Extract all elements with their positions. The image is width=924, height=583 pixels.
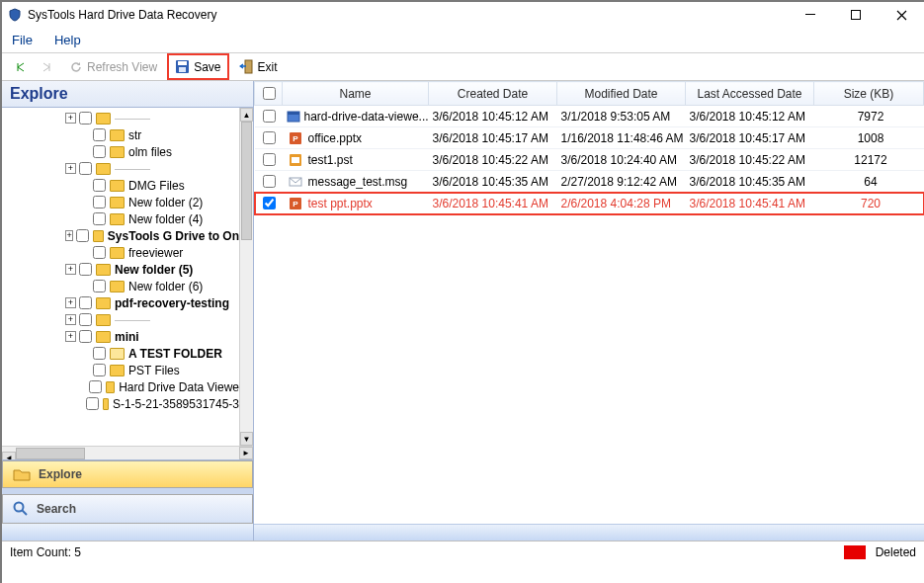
maximize-button[interactable] (833, 2, 879, 28)
tree-item[interactable]: S-1-5-21-3589531745-3 (2, 395, 239, 412)
folder-icon (103, 398, 109, 410)
titlebar: SysTools Hard Drive Data Recovery (2, 2, 924, 28)
expand-toggle[interactable]: + (65, 264, 76, 275)
save-button[interactable]: Save (167, 53, 228, 80)
tree-vscrollbar[interactable]: ▲ ▼ (239, 108, 253, 446)
tree-checkbox[interactable] (93, 246, 106, 259)
column-header-size[interactable]: Size (KB) (814, 82, 924, 106)
tree-item[interactable]: New folder (2) (2, 194, 239, 210)
tree-item[interactable]: freeviewer (2, 244, 239, 261)
close-button[interactable] (879, 2, 924, 28)
tree-item[interactable]: PST Files (2, 362, 239, 378)
tree-checkbox[interactable] (79, 313, 92, 326)
tree-item[interactable]: +mini (2, 328, 239, 345)
scroll-down-icon[interactable]: ▼ (240, 432, 253, 446)
tree-item-label: olm files (128, 145, 172, 159)
cell-created: 3/6/2018 10:45:22 AM (429, 153, 557, 167)
tree-checkbox[interactable] (79, 296, 92, 309)
tree-item[interactable]: +——— (2, 160, 239, 177)
tree-item[interactable]: New folder (4) (2, 210, 239, 227)
expand-toggle[interactable]: + (65, 163, 76, 174)
tree-checkbox[interactable] (89, 380, 102, 393)
tab-explore[interactable]: Explore (2, 460, 253, 488)
expand-toggle[interactable]: + (65, 331, 76, 342)
minimize-button[interactable] (788, 2, 833, 28)
tree-item-label: S-1-5-21-3589531745-3 (113, 397, 239, 411)
folder-tree[interactable]: +———strolm files+———DMG FilesNew folder … (2, 110, 239, 446)
tree-item[interactable]: +——— (2, 110, 239, 126)
tree-checkbox[interactable] (86, 397, 99, 410)
row-checkbox[interactable] (263, 153, 276, 166)
tab-search-label: Search (37, 502, 76, 516)
exit-button[interactable]: Exit (233, 57, 284, 76)
tree-item[interactable]: DMG Files (2, 177, 239, 194)
nav-forward-button[interactable] (36, 59, 59, 75)
table-row[interactable]: test1.pst3/6/2018 10:45:22 AM3/6/2018 10… (255, 149, 924, 171)
tree-checkbox[interactable] (76, 229, 89, 242)
scroll-left-icon[interactable]: ◄ (2, 452, 16, 460)
tree-item[interactable]: olm files (2, 143, 239, 160)
column-header-name[interactable]: Name (283, 82, 429, 106)
tree-checkbox[interactable] (93, 364, 106, 376)
menu-help[interactable]: Help (54, 33, 81, 47)
tree-checkbox[interactable] (93, 128, 106, 141)
cell-name: hard-drive-data-viewe... (304, 110, 429, 124)
tree-checkbox[interactable] (93, 212, 106, 225)
tree-item[interactable]: +——— (2, 311, 239, 328)
svg-rect-3 (178, 61, 187, 65)
row-checkbox[interactable] (263, 110, 276, 123)
tree-item[interactable]: A TEST FOLDER (2, 345, 239, 362)
folder-icon (96, 163, 111, 175)
row-checkbox[interactable] (263, 131, 276, 144)
table-row[interactable]: message_test.msg3/6/2018 10:45:35 AM2/27… (255, 171, 924, 193)
tree-item[interactable]: Hard Drive Data Viewe (2, 378, 239, 395)
right-panel: Name Created Date Modified Date Last Acc… (254, 81, 924, 541)
tree-item[interactable]: New folder (6) (2, 278, 239, 294)
tree-item-label: pdf-recovery-testing (115, 296, 229, 310)
column-header-created[interactable]: Created Date (429, 82, 557, 106)
hscroll-thumb[interactable] (16, 448, 85, 459)
tree-checkbox[interactable] (79, 162, 92, 175)
expand-toggle[interactable]: + (65, 314, 76, 325)
tree-hscrollbar[interactable]: ◄ ► (2, 446, 253, 459)
menu-file[interactable]: File (12, 33, 33, 47)
scroll-up-icon[interactable]: ▲ (240, 108, 253, 122)
column-header-accessed[interactable]: Last Accessed Date (686, 82, 814, 106)
table-row[interactable]: Poffice.pptx3/6/2018 10:45:17 AM1/16/201… (255, 127, 924, 149)
table-row[interactable]: hard-drive-data-viewe...3/6/2018 10:45:1… (255, 106, 924, 127)
close-icon (896, 10, 907, 21)
tab-search[interactable]: Search (2, 494, 253, 524)
tree-item[interactable]: +pdf-recovery-testing (2, 294, 239, 311)
tree-checkbox[interactable] (79, 330, 92, 343)
left-bluebar (2, 524, 253, 541)
nav-back-button[interactable] (8, 59, 32, 75)
tree-item-label: New folder (5) (115, 263, 193, 277)
tree-checkbox[interactable] (93, 347, 106, 360)
tree-item[interactable]: +New folder (5) (2, 261, 239, 278)
scroll-thumb[interactable] (241, 122, 252, 240)
row-checkbox[interactable] (263, 175, 276, 188)
save-label: Save (194, 60, 220, 74)
tree-item[interactable]: str (2, 126, 239, 143)
column-header-check[interactable] (255, 82, 283, 106)
expand-toggle[interactable]: + (65, 230, 73, 241)
tree-checkbox[interactable] (93, 145, 106, 158)
tree-checkbox[interactable] (79, 263, 92, 276)
expand-toggle[interactable]: + (65, 297, 76, 308)
expand-toggle[interactable]: + (65, 113, 76, 124)
tree-checkbox[interactable] (93, 280, 106, 292)
tree-checkbox[interactable] (93, 179, 106, 192)
scroll-right-icon[interactable]: ► (239, 447, 253, 459)
select-all-checkbox[interactable] (263, 87, 276, 100)
refresh-icon (69, 60, 83, 74)
column-header-modified[interactable]: Modified Date (557, 82, 686, 106)
tree-item[interactable]: +SysTools G Drive to On (2, 227, 239, 244)
file-type-icon (287, 153, 304, 167)
tree-checkbox[interactable] (93, 196, 106, 208)
tree-checkbox[interactable] (79, 112, 92, 125)
app-icon (8, 8, 22, 22)
row-checkbox[interactable] (263, 197, 276, 209)
status-bar: Item Count: 5 Deleted (2, 541, 924, 562)
refresh-button[interactable]: Refresh View (63, 58, 163, 76)
table-row[interactable]: Ptest ppt.pptx3/6/2018 10:45:41 AM2/6/20… (255, 193, 924, 214)
